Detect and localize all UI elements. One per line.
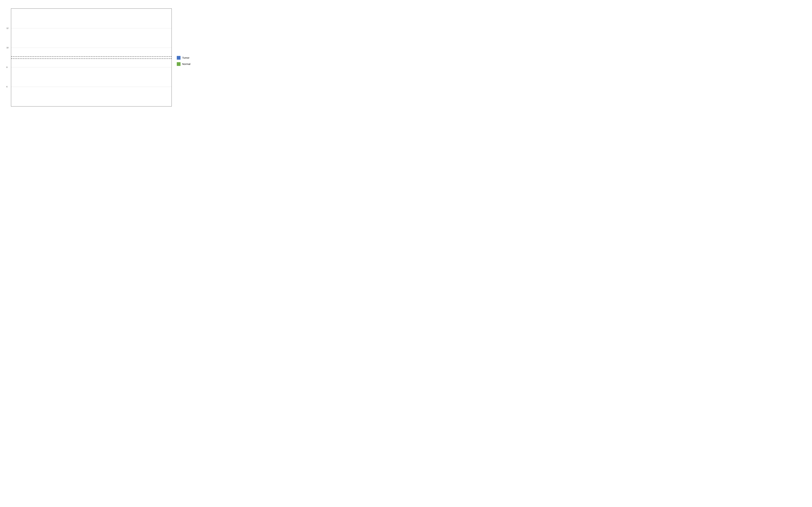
data-dot bbox=[162, 53, 162, 53]
data-dot bbox=[137, 70, 138, 70]
data-dot bbox=[79, 52, 79, 53]
legend-label: Tumor bbox=[182, 56, 190, 59]
data-dot bbox=[104, 44, 105, 45]
data-dot bbox=[89, 58, 89, 59]
data-dot bbox=[17, 78, 17, 79]
data-dot bbox=[152, 44, 152, 44]
data-dot bbox=[89, 67, 89, 68]
data-dot bbox=[118, 63, 118, 64]
data-dot bbox=[60, 74, 61, 75]
data-dot bbox=[147, 27, 148, 27]
chart-container: 681012BLCABRCACOADHNSCKICHKIRCLUADLUSCPR… bbox=[4, 3, 199, 124]
data-dot bbox=[93, 59, 93, 60]
data-dot bbox=[148, 59, 149, 59]
data-dot bbox=[16, 59, 17, 60]
data-dot bbox=[34, 61, 35, 62]
data-dot bbox=[133, 67, 134, 68]
data-dot bbox=[104, 36, 104, 36]
data-dot bbox=[34, 80, 35, 80]
data-dot bbox=[74, 59, 75, 59]
data-dot bbox=[148, 30, 148, 30]
data-dot bbox=[64, 96, 64, 96]
data-dot bbox=[45, 92, 45, 92]
data-dot bbox=[166, 39, 166, 39]
data-dot bbox=[50, 34, 50, 35]
data-dot bbox=[16, 24, 17, 25]
data-dot bbox=[163, 26, 163, 27]
data-dot bbox=[32, 53, 32, 53]
data-dot bbox=[74, 61, 74, 62]
data-dot bbox=[90, 66, 91, 67]
data-dot bbox=[93, 77, 94, 78]
data-dot bbox=[108, 50, 108, 50]
data-dot bbox=[93, 71, 93, 71]
data-dot bbox=[104, 47, 104, 48]
data-dot bbox=[104, 40, 104, 40]
data-dot bbox=[31, 40, 31, 40]
data-dot bbox=[118, 59, 119, 59]
data-dot bbox=[75, 47, 75, 47]
data-dot bbox=[137, 60, 138, 60]
data-dot bbox=[165, 35, 166, 36]
data-dot bbox=[16, 43, 16, 44]
data-dot bbox=[119, 89, 119, 89]
data-dot bbox=[103, 64, 104, 64]
violin-plot-svg: BLCABRCACOADHNSCKICHKIRCLUADLUSCPRADTHCA… bbox=[11, 9, 171, 106]
data-dot bbox=[161, 18, 162, 18]
data-dot bbox=[151, 38, 152, 39]
data-dot bbox=[50, 33, 50, 33]
tumor-iqr-box bbox=[89, 53, 90, 65]
data-dot bbox=[107, 52, 107, 53]
data-dot bbox=[60, 44, 60, 45]
data-dot bbox=[133, 46, 133, 47]
data-dot bbox=[165, 33, 166, 33]
y-tick-label: 10 bbox=[6, 47, 8, 49]
data-dot bbox=[49, 40, 50, 40]
data-dot bbox=[93, 58, 94, 58]
data-dot bbox=[151, 53, 151, 54]
data-dot bbox=[63, 90, 64, 91]
data-dot bbox=[118, 20, 118, 20]
data-dot bbox=[20, 61, 21, 61]
data-dot bbox=[65, 49, 65, 49]
data-dot bbox=[104, 47, 105, 47]
data-dot bbox=[148, 23, 148, 23]
data-dot bbox=[19, 57, 20, 58]
data-dot bbox=[30, 42, 31, 42]
data-dot bbox=[122, 57, 122, 57]
data-dot bbox=[121, 48, 122, 49]
legend-label: Normal bbox=[182, 62, 190, 65]
data-dot bbox=[118, 45, 118, 46]
data-dot bbox=[50, 61, 50, 62]
data-dot bbox=[147, 62, 148, 63]
data-dot bbox=[17, 45, 17, 45]
data-dot bbox=[35, 74, 36, 74]
data-dot bbox=[108, 58, 108, 58]
data-dot bbox=[59, 67, 60, 67]
data-dot bbox=[161, 62, 162, 63]
data-dot bbox=[46, 62, 46, 62]
data-dot bbox=[75, 62, 75, 63]
legend-color-box bbox=[177, 62, 181, 66]
data-dot bbox=[165, 42, 166, 42]
data-dot bbox=[63, 54, 64, 54]
data-dot bbox=[90, 46, 90, 46]
data-dot bbox=[65, 67, 65, 67]
data-dot bbox=[151, 60, 151, 61]
data-dot bbox=[90, 44, 90, 44]
data-dot bbox=[45, 91, 46, 91]
data-dot bbox=[148, 35, 149, 35]
data-dot bbox=[148, 56, 148, 56]
data-dot bbox=[162, 46, 162, 47]
data-dot bbox=[161, 21, 162, 22]
data-dot bbox=[89, 46, 90, 46]
data-dot bbox=[35, 51, 36, 51]
data-dot bbox=[136, 74, 137, 75]
data-dot bbox=[104, 63, 104, 64]
data-dot bbox=[162, 15, 163, 16]
data-dot bbox=[134, 45, 134, 46]
data-dot bbox=[118, 66, 118, 66]
data-dot bbox=[93, 57, 93, 57]
data-dot bbox=[79, 48, 80, 49]
data-dot bbox=[46, 53, 47, 54]
